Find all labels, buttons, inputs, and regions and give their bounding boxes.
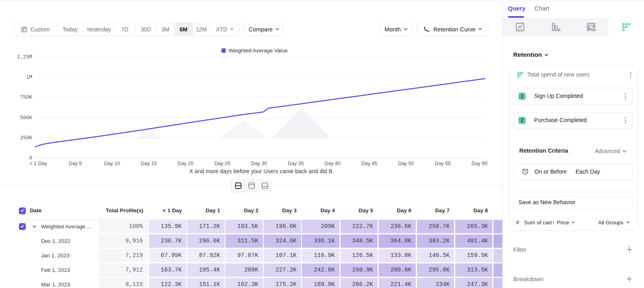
svg-text:Day 25: Day 25	[214, 161, 230, 166]
svg-text:1.25M: 1.25M	[17, 54, 32, 60]
svg-text:250K: 250K	[20, 135, 33, 141]
svg-text:< 1 Day: < 1 Day	[29, 161, 47, 166]
svg-text:Day 30: Day 30	[251, 161, 267, 166]
svg-text:Day 60: Day 60	[471, 161, 487, 166]
svg-text:Day 15: Day 15	[141, 161, 157, 166]
svg-text:Day 20: Day 20	[178, 161, 194, 166]
svg-text:750K: 750K	[20, 95, 33, 100]
svg-text:0: 0	[29, 155, 32, 161]
svg-text:500K: 500K	[20, 115, 33, 121]
svg-text:Day 10: Day 10	[104, 161, 120, 166]
svg-text:1M: 1M	[26, 75, 32, 80]
svg-text:Day 55: Day 55	[435, 161, 451, 166]
svg-text:Day 35: Day 35	[288, 161, 304, 166]
svg-text:Day 40: Day 40	[324, 161, 341, 166]
svg-text:Day 5: Day 5	[69, 161, 82, 166]
svg-text:Day 45: Day 45	[361, 161, 378, 166]
svg-text:Day 50: Day 50	[398, 161, 414, 166]
